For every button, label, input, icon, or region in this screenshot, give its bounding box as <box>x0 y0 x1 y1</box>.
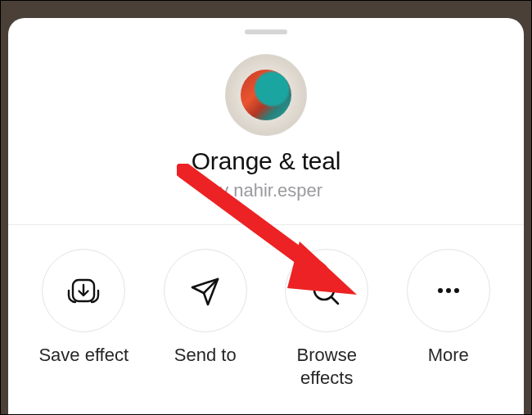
author-username: nahir.esper <box>233 180 322 201</box>
svg-point-3 <box>446 288 451 293</box>
save-effect-button[interactable]: Save effect <box>26 249 141 389</box>
browse-effects-label: Browse effects <box>269 344 384 389</box>
effect-avatar[interactable] <box>225 54 307 136</box>
send-to-circle <box>164 249 247 332</box>
more-circle <box>407 249 490 332</box>
actions-row: Save effect Send to Browse effects <box>8 249 524 389</box>
more-button[interactable]: More <box>391 249 506 389</box>
effect-details-sheet: Orange & teal by nahir.esper Save effect <box>8 18 524 415</box>
author-prefix: by <box>210 180 233 201</box>
effect-avatar-image <box>241 70 291 120</box>
paper-plane-icon <box>187 273 223 309</box>
save-effect-label: Save effect <box>38 344 128 367</box>
more-label: More <box>428 344 469 367</box>
effect-title: Orange & teal <box>8 147 524 175</box>
svg-point-2 <box>438 288 443 293</box>
browse-effects-circle <box>285 249 368 332</box>
browse-effects-icon <box>309 273 345 309</box>
svg-point-4 <box>454 288 459 293</box>
divider <box>8 224 524 225</box>
save-icon <box>66 273 101 308</box>
save-effect-circle <box>42 249 125 332</box>
send-to-label: Send to <box>174 344 237 367</box>
browse-effects-button[interactable]: Browse effects <box>269 249 384 389</box>
send-to-button[interactable]: Send to <box>148 249 263 389</box>
sheet-grabber[interactable] <box>245 29 287 34</box>
effect-author[interactable]: by nahir.esper <box>8 180 524 201</box>
more-icon <box>432 274 465 307</box>
